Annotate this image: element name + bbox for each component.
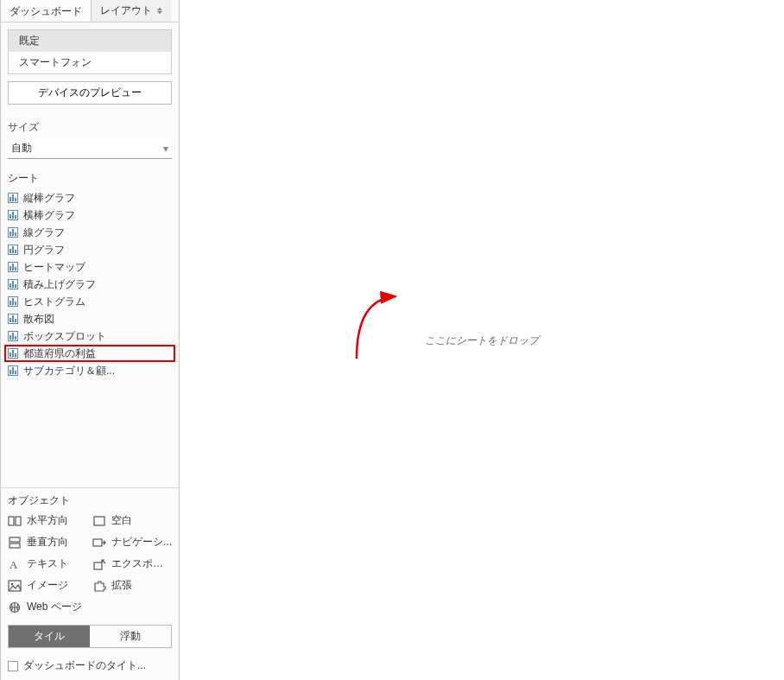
svg-rect-0 <box>9 517 14 525</box>
svg-point-9 <box>11 582 14 585</box>
extension-icon <box>92 580 106 592</box>
annotation-arrow <box>352 285 413 372</box>
sheet-item[interactable]: ヒートマップ <box>1 258 179 276</box>
object-item[interactable]: 拡張 <box>92 578 172 593</box>
chart-icon <box>8 210 18 220</box>
sheet-item[interactable]: 線グラフ <box>1 224 179 241</box>
dashboard-title-row[interactable]: ダッシュボードのタイト... <box>8 658 172 673</box>
device-default[interactable]: 既定 <box>9 30 171 52</box>
object-item-label: イメージ <box>27 578 68 593</box>
device-list: 既定 スマートフォン <box>8 29 172 74</box>
svg-rect-2 <box>94 517 104 525</box>
object-item-label: テキスト <box>27 556 68 571</box>
sheet-item[interactable]: 縦棒グラフ <box>1 189 179 207</box>
objects-title: オブジェクト <box>8 493 172 513</box>
object-item-label: エクスポート <box>111 556 172 571</box>
object-item[interactable]: Web ページ <box>8 600 87 614</box>
sheet-item[interactable]: 散布図 <box>1 310 179 327</box>
object-item-label: 空白 <box>111 513 132 528</box>
sheet-item-label: ヒストグラム <box>23 295 85 309</box>
svg-rect-7 <box>94 562 102 569</box>
object-item-label: 水平方向 <box>27 513 68 528</box>
sheets-title: シート <box>1 166 179 189</box>
object-item[interactable]: ナビゲーシ... <box>92 535 172 550</box>
svg-text:A: A <box>9 558 18 570</box>
dashboard-title-label: ダッシュボードのタイト... <box>23 658 146 673</box>
object-item[interactable]: Aテキスト <box>8 556 87 571</box>
sheet-item[interactable]: ヒストグラム <box>1 293 179 310</box>
size-title: サイズ <box>8 117 172 138</box>
object-item[interactable]: イメージ <box>8 578 87 593</box>
device-smartphone[interactable]: スマートフォン <box>9 52 171 73</box>
panel-tabs: ダッシュボード レイアウト <box>1 0 179 22</box>
object-item-label: 垂直方向 <box>27 535 68 550</box>
chart-icon <box>8 331 18 341</box>
sheet-list: 縦棒グラフ横棒グラフ線グラフ円グラフヒートマップ積み上げグラフヒストグラム散布図… <box>1 189 179 379</box>
sheet-item-label: 線グラフ <box>23 226 65 240</box>
image-icon <box>8 580 22 592</box>
tab-layout-label: レイアウト <box>100 3 152 18</box>
chart-icon <box>8 314 18 324</box>
tab-dashboard[interactable]: ダッシュボード <box>1 0 91 22</box>
horizontal-icon <box>8 515 22 527</box>
sheets-section: シート 縦棒グラフ横棒グラフ線グラフ円グラフヒートマップ積み上げグラフヒストグラ… <box>1 166 179 487</box>
object-item[interactable]: 空白 <box>92 513 172 528</box>
dashboard-canvas[interactable]: ここにシートをドロップ <box>180 0 784 680</box>
navigation-icon <box>92 537 106 549</box>
chart-icon <box>8 279 18 289</box>
toggle-float[interactable]: 浮動 <box>90 626 171 647</box>
sheet-item-label: ボックスプロット <box>23 329 106 344</box>
sheet-item-label: 縦棒グラフ <box>23 191 75 206</box>
svg-rect-5 <box>93 539 102 546</box>
sheet-item[interactable]: サブカテゴリ＆顧... <box>1 362 179 379</box>
chart-icon <box>8 365 18 376</box>
size-selected-value: 自動 <box>11 141 32 156</box>
chart-icon <box>8 193 18 203</box>
sheet-item-label: 横棒グラフ <box>23 208 75 223</box>
sort-icon <box>157 8 162 14</box>
layout-toggle: タイル 浮動 <box>8 625 172 648</box>
sheet-item-label: サブカテゴリ＆顧... <box>23 364 115 378</box>
sheet-item[interactable]: ボックスプロット <box>1 327 179 345</box>
svg-rect-1 <box>16 517 21 525</box>
tab-layout[interactable]: レイアウト <box>91 0 171 22</box>
chevron-down-icon: ▾ <box>163 143 168 155</box>
chart-icon <box>8 245 18 255</box>
sheet-item[interactable]: 都道府県の利益 <box>4 345 175 362</box>
device-section: 既定 スマートフォン デバイスのプレビュー <box>1 22 179 111</box>
chart-icon <box>8 262 18 272</box>
sheet-item-label: 散布図 <box>23 312 54 327</box>
objects-panel: オブジェクト 水平方向空白垂直方向ナビゲーシ...Aテキストエクスポートイメージ… <box>1 487 179 680</box>
svg-rect-3 <box>9 537 20 542</box>
svg-rect-4 <box>9 543 20 548</box>
canvas-drop-hint: ここにシートをドロップ <box>425 333 539 347</box>
device-preview-button[interactable]: デバイスのプレビュー <box>8 81 172 105</box>
objects-grid: 水平方向空白垂直方向ナビゲーシ...Aテキストエクスポートイメージ拡張Web ペ… <box>8 513 172 614</box>
sheet-item[interactable]: 円グラフ <box>1 241 179 258</box>
vertical-icon <box>8 537 22 549</box>
sheet-item-label: 円グラフ <box>23 243 65 257</box>
sheet-item[interactable]: 積み上げグラフ <box>1 276 179 293</box>
export-icon <box>92 558 106 570</box>
checkbox-icon[interactable] <box>8 661 18 671</box>
sidebar: ダッシュボード レイアウト 既定 スマートフォン デバイスのプレビュー サイズ … <box>0 0 180 680</box>
text-icon: A <box>8 558 22 570</box>
size-section: サイズ 自動 ▾ <box>1 111 179 166</box>
sheet-item-label: 都道府県の利益 <box>23 346 96 361</box>
chart-icon <box>8 296 18 307</box>
object-item-label: ナビゲーシ... <box>111 535 172 550</box>
object-item[interactable]: 水平方向 <box>8 513 87 528</box>
webpage-icon <box>8 601 22 613</box>
object-item-label: 拡張 <box>111 578 132 593</box>
object-item[interactable]: エクスポート <box>92 556 172 571</box>
toggle-tile[interactable]: タイル <box>9 626 90 647</box>
chart-icon <box>8 348 18 359</box>
sheet-item[interactable]: 横棒グラフ <box>1 207 179 224</box>
chart-icon <box>8 227 18 238</box>
object-item-label: Web ページ <box>27 600 82 614</box>
sheet-item-label: ヒートマップ <box>23 260 85 275</box>
blank-icon <box>92 515 106 527</box>
object-item[interactable]: 垂直方向 <box>8 535 87 550</box>
size-select[interactable]: 自動 ▾ <box>8 138 172 159</box>
sheet-item-label: 積み上げグラフ <box>23 277 96 292</box>
